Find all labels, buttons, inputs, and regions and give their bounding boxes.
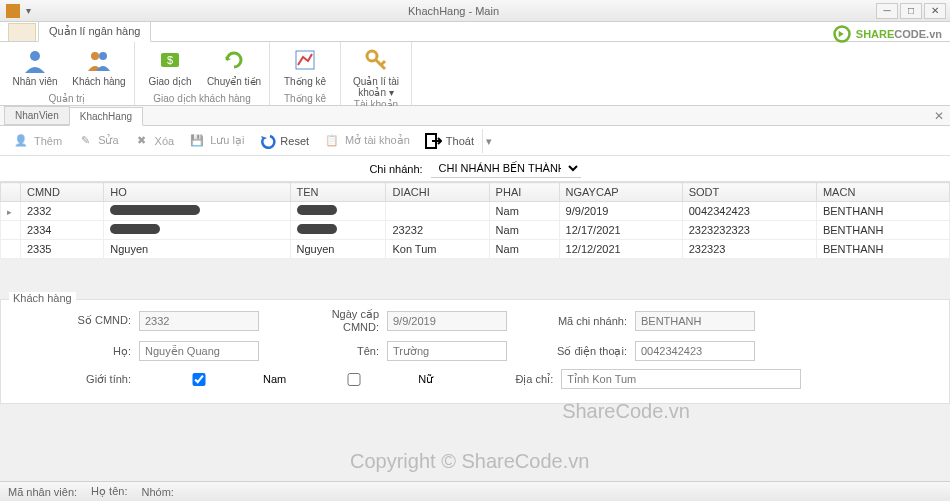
tab-close-icon[interactable]: ✕ <box>934 109 944 123</box>
ribbon-taikhoan[interactable]: Quản lí tài khoản ▾ <box>347 44 405 98</box>
app-icon <box>6 4 20 18</box>
users-icon <box>85 46 113 74</box>
field-ho[interactable] <box>139 341 259 361</box>
svg-text:$: $ <box>167 54 173 66</box>
ribbon-giaodich[interactable]: $ Giao dịch <box>141 44 199 87</box>
table-row[interactable]: 2332Nam9/9/20190042342423BENTHANH <box>1 202 950 221</box>
btn-them[interactable]: 👤Thêm <box>6 129 68 153</box>
form-panel: Khách hàng Số CMND: Ngày cấp CMND: Mã ch… <box>0 299 950 404</box>
window-title: KhachHang - Main <box>31 5 876 17</box>
ribbon-khachhang[interactable]: Khách hàng <box>70 44 128 87</box>
field-macn[interactable] <box>635 311 755 331</box>
status-nhom: Nhóm: <box>141 486 173 498</box>
exit-icon <box>424 132 442 150</box>
sharecode-logo: SHARECODE.vn <box>832 24 942 44</box>
file-tab[interactable] <box>8 23 36 41</box>
openacct-icon: 📋 <box>323 132 341 150</box>
ribbon-tabs: Quản lí ngân hàng <box>0 22 950 42</box>
undo-icon <box>258 132 276 150</box>
minimize-button[interactable]: ─ <box>876 3 898 19</box>
status-manv: Mã nhân viên: <box>8 486 77 498</box>
branch-row: Chi nhánh: CHI NHÁNH BẾN THÀNH <box>0 156 950 182</box>
toolbar-overflow[interactable]: ▾ <box>482 129 494 153</box>
btn-thoat[interactable]: Thoát <box>418 129 480 153</box>
save-icon: 💾 <box>188 132 206 150</box>
status-hoten: Họ tên: <box>91 485 127 498</box>
document-tabs: NhanVien KhachHang ✕ <box>0 106 950 126</box>
field-diachi[interactable] <box>561 369 801 389</box>
data-grid[interactable]: CMNDHOTENDIACHIPHAINGAYCAPSODTMACN 2332N… <box>0 182 950 259</box>
edit-icon: ✎ <box>76 132 94 150</box>
chart-icon <box>291 46 319 74</box>
tab-khachhang[interactable]: KhachHang <box>69 107 143 126</box>
key-icon <box>362 46 390 74</box>
ribbon-chuyentien[interactable]: Chuyển tiền <box>205 44 263 87</box>
ribbon: Nhân viên Khách hàng Quản trị $ Giao dịc… <box>0 42 950 106</box>
status-bar: Mã nhân viên: Họ tên: Nhóm: <box>0 481 950 501</box>
btn-reset[interactable]: Reset <box>252 129 315 153</box>
titlebar: ▾ KhachHang - Main ─ □ ✕ <box>0 0 950 22</box>
close-button[interactable]: ✕ <box>924 3 946 19</box>
svg-point-1 <box>30 51 40 61</box>
form-title: Khách hàng <box>9 292 76 304</box>
tab-nhanvien[interactable]: NhanVien <box>4 106 70 125</box>
watermark: Copyright © ShareCode.vn <box>350 450 589 473</box>
add-user-icon: 👤 <box>12 132 30 150</box>
delete-icon: ✖ <box>133 132 151 150</box>
btn-sua[interactable]: ✎Sửa <box>70 129 124 153</box>
btn-xoa[interactable]: ✖Xóa <box>127 129 181 153</box>
svg-point-2 <box>91 52 99 60</box>
btn-luu[interactable]: 💾Lưu lại <box>182 129 250 153</box>
field-cmnd[interactable] <box>139 311 259 331</box>
cycle-icon <box>220 46 248 74</box>
ribbon-tab-main[interactable]: Quản lí ngân hàng <box>38 21 151 42</box>
branch-select[interactable]: CHI NHÁNH BẾN THÀNH <box>431 159 581 178</box>
chk-nam[interactable] <box>139 373 259 386</box>
ribbon-nhanvien[interactable]: Nhân viên <box>6 44 64 87</box>
field-ngaycap[interactable] <box>387 311 507 331</box>
field-sodt[interactable] <box>635 341 755 361</box>
svg-point-3 <box>99 52 107 60</box>
table-row[interactable]: 233423232Nam12/17/20212323232323BENTHANH <box>1 221 950 240</box>
table-row[interactable]: 2335NguyenNguyenKon TumNam12/12/20212323… <box>1 240 950 259</box>
chk-nu[interactable] <box>294 373 414 386</box>
btn-motaikhoan[interactable]: 📋Mở tài khoản <box>317 129 416 153</box>
money-icon: $ <box>156 46 184 74</box>
maximize-button[interactable]: □ <box>900 3 922 19</box>
toolbar: 👤Thêm ✎Sửa ✖Xóa 💾Lưu lại Reset 📋Mở tài k… <box>0 126 950 156</box>
user-icon <box>21 46 49 74</box>
ribbon-thongke[interactable]: Thống kê <box>276 44 334 87</box>
field-ten[interactable] <box>387 341 507 361</box>
branch-label: Chi nhánh: <box>369 163 422 175</box>
